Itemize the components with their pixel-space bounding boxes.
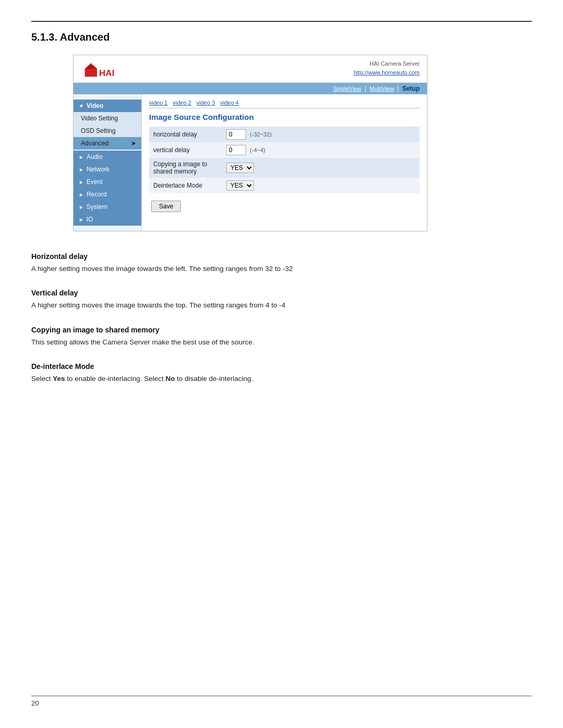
sidebar-item-record[interactable]: ► Record [74, 188, 141, 201]
cam-server-info: HAI Camera Server http://www.homeauto.co… [353, 59, 420, 77]
hint-horizontal-delay: (-32~32) [250, 131, 272, 138]
cam-header: HAI HAI Camera Server http://www.homeaut… [74, 55, 427, 83]
server-url[interactable]: http://www.homeauto.com [353, 69, 420, 76]
table-row: vertical delay (-4~4) [149, 142, 420, 158]
video-tabs: video 1 video 2 video 3 video 4 [149, 100, 420, 108]
cam-content: video 1 video 2 video 3 video 4 Image So… [141, 94, 427, 231]
doc-deinterlace: De-interlace Mode Select Yes to enable d… [31, 362, 532, 384]
page-footer: 20 [31, 696, 532, 707]
sidebar-item-advanced[interactable]: Advanced ➤ [74, 137, 141, 150]
select-deinterlace[interactable]: YES NO [226, 180, 254, 191]
cam-logo: HAI [81, 59, 117, 80]
tab-video1[interactable]: video 1 [149, 100, 167, 106]
hai-logo-icon: HAI [81, 59, 117, 80]
doc-para-horizontal-delay: A higher setting moves the image towards… [31, 264, 532, 274]
doc-heading-copy-image: Copying an image to shared memory [31, 326, 532, 334]
doc-yes-bold: Yes [53, 375, 65, 382]
section-title: 5.1.3. Advanced [31, 31, 532, 43]
nav-sep-2: | [397, 85, 400, 92]
doc-no-bold: No [165, 375, 175, 382]
sidebar-item-network[interactable]: ► Network [74, 163, 141, 176]
sidebar-item-io[interactable]: ► IO [74, 213, 141, 226]
cam-nav: SingleView | MultiView | Setup [74, 83, 427, 94]
form-table: horizontal delay (-32~32) vertical delay… [149, 127, 420, 193]
label-vertical-delay: vertical delay [149, 142, 222, 158]
sidebar-label-video: Video [87, 102, 103, 109]
cell-deinterlace: YES NO [222, 178, 420, 193]
sidebar-label-network: Network [87, 166, 109, 173]
sidebar-item-event[interactable]: ► Event [74, 176, 141, 188]
triangle-right-icon-record: ► [79, 192, 84, 198]
label-deinterlace: Deinterlace Mode [149, 178, 222, 193]
triangle-down-icon: ▼ [79, 103, 84, 109]
table-row: Deinterlace Mode YES NO [149, 178, 420, 193]
server-label: HAI Camera Server [353, 59, 420, 68]
sidebar-label-event: Event [87, 178, 103, 186]
sidebar-label-video-setting: Video Setting [81, 115, 118, 122]
sidebar-label-osd-setting: OSD Setting [81, 127, 116, 134]
label-horizontal-delay: horizontal delay [149, 127, 222, 142]
hint-vertical-delay: (-4~4) [250, 147, 265, 153]
sidebar-item-video-setting[interactable]: Video Setting [74, 112, 141, 125]
doc-heading-vertical-delay: Vertical delay [31, 289, 532, 297]
sidebar-item-osd-setting[interactable]: OSD Setting [74, 125, 141, 137]
doc-para-copy-image: This setting allows the Camera Server ma… [31, 337, 532, 348]
tab-video2[interactable]: video 2 [173, 100, 191, 106]
sidebar-item-audio[interactable]: ► Audio [74, 151, 141, 163]
single-view-nav[interactable]: SingleView [333, 85, 361, 92]
triangle-right-icon-audio: ► [79, 154, 84, 160]
input-horizontal-delay[interactable] [226, 129, 246, 140]
cam-body: ▼ Video Video Setting OSD Setting Advanc… [74, 94, 427, 231]
top-rule [31, 21, 532, 22]
cell-vertical-delay: (-4~4) [222, 142, 420, 158]
sidebar-item-video[interactable]: ▼ Video [74, 100, 141, 112]
triangle-right-icon-system: ► [79, 204, 84, 210]
sidebar-label-io: IO [87, 216, 93, 223]
table-row: horizontal delay (-32~32) [149, 127, 420, 142]
camera-ui: HAI HAI Camera Server http://www.homeaut… [73, 55, 427, 231]
sidebar-label-audio: Audio [87, 153, 103, 161]
doc-horizontal-delay: Horizontal delay A higher setting moves … [31, 252, 532, 274]
cell-horizontal-delay: (-32~32) [222, 127, 420, 142]
table-row: Copying a image to shared memory YES NO [149, 158, 420, 178]
arrow-right-icon: ➤ [131, 140, 136, 147]
doc-vertical-delay: Vertical delay A higher setting moves th… [31, 289, 532, 311]
save-area: Save [149, 201, 420, 212]
sidebar-sub-video: Video Setting OSD Setting Advanced ➤ [74, 112, 141, 150]
content-heading: Image Source Configuration [149, 113, 420, 121]
doc-para-deinterlace: Select Yes to enable de-interlacing. Sel… [31, 374, 532, 384]
setup-nav[interactable]: Setup [402, 85, 420, 92]
sidebar-item-system[interactable]: ► System [74, 201, 141, 213]
triangle-right-icon-event: ► [79, 179, 84, 185]
svg-marker-1 [85, 64, 97, 68]
tab-video4[interactable]: video 4 [220, 100, 238, 106]
doc-heading-deinterlace: De-interlace Mode [31, 362, 532, 371]
label-copy-image: Copying a image to shared memory [149, 158, 222, 178]
doc-heading-horizontal-delay: Horizontal delay [31, 252, 532, 261]
page-number: 20 [31, 699, 39, 707]
nav-sep-1: | [365, 85, 368, 92]
doc-para-vertical-delay: A higher setting moves the image towards… [31, 300, 532, 311]
triangle-right-icon-io: ► [79, 217, 84, 223]
select-copy-image[interactable]: YES NO [226, 163, 254, 173]
cam-sidebar: ▼ Video Video Setting OSD Setting Advanc… [74, 94, 141, 231]
sidebar-label-system: System [87, 203, 107, 211]
sidebar-label-record: Record [87, 191, 107, 198]
save-button[interactable]: Save [151, 201, 181, 212]
tab-video3[interactable]: video 3 [197, 100, 215, 106]
input-vertical-delay[interactable] [226, 145, 246, 155]
multi-view-nav[interactable]: MultiView [370, 85, 394, 92]
sidebar-label-advanced: Advanced [81, 140, 108, 147]
triangle-right-icon-network: ► [79, 167, 84, 172]
svg-text:HAI: HAI [99, 68, 114, 78]
doc-copy-image: Copying an image to shared memory This s… [31, 326, 532, 348]
cell-copy-image: YES NO [222, 158, 420, 178]
